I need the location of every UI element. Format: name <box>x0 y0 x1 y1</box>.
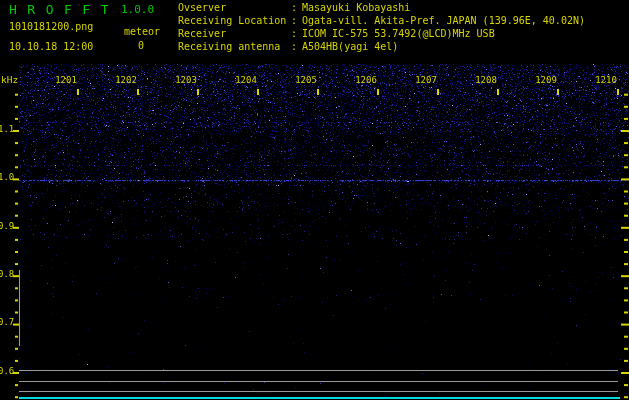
y-axis-tick-label: 1.1 <box>0 124 16 134</box>
x-axis-time-label: 1204 <box>235 75 257 85</box>
y-axis-unit-label: kHz <box>1 74 18 85</box>
x-axis-time-label: 1206 <box>355 75 377 85</box>
info-value: Masayuki Kobayashi <box>302 2 410 15</box>
app-version: 1.0.0 <box>121 3 154 16</box>
info-label: Ovserver <box>178 2 291 15</box>
datetime-label: 10.10.18 12:00 <box>9 41 93 52</box>
y-axis-tick-label: 1.0 <box>0 172 16 182</box>
x-axis-time-label: 1205 <box>295 75 317 85</box>
info-row-receiver: Receiver:ICOM IC-575 53.7492(@LCD)MHz US… <box>178 28 585 41</box>
mode-label: meteor <box>124 26 160 37</box>
y-axis-tick-label: 0.7 <box>0 317 16 327</box>
info-label: Receiving antenna <box>178 41 291 54</box>
station-info: Ovserver:Masayuki Kobayashi Receiving Lo… <box>178 2 585 54</box>
info-colon: : <box>291 28 302 41</box>
y-axis-tick-label: 0.6 <box>0 366 16 376</box>
x-axis-time-label: 1203 <box>175 75 197 85</box>
meteor-count: 0 <box>138 40 144 51</box>
x-axis-time-label: 1210 <box>595 75 617 85</box>
x-axis-time-label: 1202 <box>115 75 137 85</box>
x-axis-time-label: 1208 <box>475 75 497 85</box>
info-label: Receiving Location <box>178 15 291 28</box>
y-axis-tick-label: 0.9 <box>0 221 16 231</box>
x-axis-time-label: 1207 <box>415 75 437 85</box>
info-colon: : <box>291 2 302 15</box>
info-row-antenna: Receiving antenna:A504HB(yagi 4el) <box>178 41 585 54</box>
info-value: ICOM IC-575 53.7492(@LCD)MHz USB <box>302 28 495 41</box>
info-row-observer: Ovserver:Masayuki Kobayashi <box>178 2 585 15</box>
x-axis-time-label: 1209 <box>535 75 557 85</box>
info-row-location: Receiving Location:Ogata-vill. Akita-Pre… <box>178 15 585 28</box>
info-colon: : <box>291 15 302 28</box>
app-title: HROFFT <box>9 2 119 17</box>
info-label: Receiver <box>178 28 291 41</box>
info-value: Ogata-vill. Akita-Pref. JAPAN (139.96E, … <box>302 15 585 28</box>
x-axis-time-label: 1201 <box>55 75 77 85</box>
info-colon: : <box>291 41 302 54</box>
info-value: A504HB(yagi 4el) <box>302 41 398 54</box>
spectrogram-canvas <box>0 0 629 400</box>
y-axis-tick-label: 0.8 <box>0 269 16 279</box>
hrofft-window: HROFFT 1.0.0 1010181200.png meteor 10.10… <box>0 0 629 400</box>
output-filename: 1010181200.png <box>9 21 93 32</box>
